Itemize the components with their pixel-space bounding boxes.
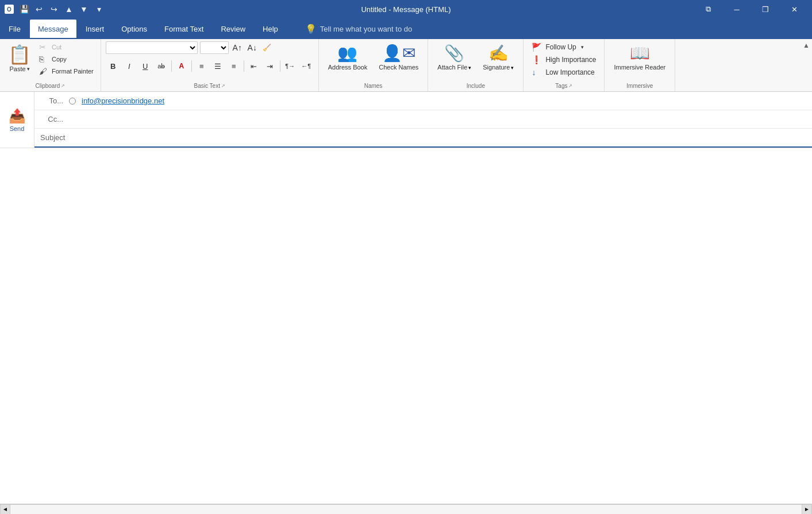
high-importance-button[interactable]: ❗ High Importance — [528, 54, 599, 65]
menu-message[interactable]: Message — [30, 20, 76, 38]
compose-area: 📤 Send To... info@precisionbridge.net Cc… — [0, 92, 812, 504]
increase-font-button[interactable]: A↑ — [231, 41, 244, 54]
tell-me-bar[interactable]: 💡 Tell me what you want to do — [298, 18, 419, 39]
to-input[interactable]: info@precisionbridge.net — [78, 92, 812, 110]
follow-up-dropdown-icon: ▾ — [581, 44, 584, 50]
increase-indent-button[interactable]: ⇥ — [263, 59, 278, 74]
address-book-icon: 👥 — [337, 44, 357, 63]
high-importance-label: High Importance — [545, 56, 596, 64]
signature-dropdown-icon: ▾ — [511, 65, 514, 71]
scroll-right-button[interactable]: ► — [802, 504, 812, 515]
save-button[interactable]: 💾 — [17, 2, 31, 16]
address-book-label: Address Book — [328, 64, 367, 71]
paste-dropdown-icon: ▾ — [27, 66, 30, 72]
strikethrough-button[interactable]: ab̶ — [154, 59, 169, 74]
attach-dropdown-icon: ▾ — [468, 65, 471, 71]
clear-format-button[interactable]: 🧹 — [261, 41, 274, 54]
italic-button[interactable]: I — [122, 59, 137, 74]
close-button[interactable]: ✕ — [781, 0, 807, 18]
subject-label: Subject — [34, 129, 69, 146]
attach-file-icon: 📎 — [444, 44, 464, 63]
copy-button[interactable]: ⎘ Copy — [37, 53, 96, 65]
scroll-track[interactable] — [10, 504, 802, 515]
minimize-button[interactable]: ─ — [724, 0, 750, 18]
paste-button[interactable]: 📋 Paste ▾ — [5, 41, 34, 75]
follow-up-button[interactable]: 🚩 Follow Up ▾ — [528, 41, 599, 53]
bold-button[interactable]: B — [106, 59, 121, 74]
decrease-font-button[interactable]: A↓ — [246, 41, 259, 54]
include-group: 📎 Attach File ▾ ✍ Signature ▾ Include — [428, 39, 524, 91]
tags-group: 🚩 Follow Up ▾ ❗ High Importance ↓ Low Im… — [524, 39, 605, 91]
email-body[interactable] — [0, 148, 812, 504]
low-importance-icon: ↓ — [532, 68, 542, 77]
attach-file-button[interactable]: 📎 Attach File ▾ — [433, 41, 476, 74]
rtl-button[interactable]: ←¶ — [299, 59, 314, 74]
ribbon-collapse-button[interactable]: ▲ — [801, 39, 812, 91]
check-names-label: Check Names — [379, 64, 418, 71]
clipboard-group: 📋 Paste ▾ ✂ Cut ⎘ Copy 🖌 Format Painter — [0, 39, 101, 91]
send-button-area[interactable]: 📤 Send — [0, 92, 34, 148]
immersive-content: 📖 Immersive Reader — [609, 41, 670, 82]
restore-button[interactable]: ❐ — [752, 0, 779, 18]
compose-header: 📤 Send To... info@precisionbridge.net Cc… — [0, 92, 812, 148]
clipboard-expand-icon[interactable]: ↗ — [61, 83, 65, 88]
undo-button[interactable]: ↩ — [32, 2, 46, 16]
font-size-select[interactable] — [200, 41, 229, 54]
format-painter-button[interactable]: 🖌 Format Painter — [37, 65, 96, 77]
decrease-indent-button[interactable]: ⇤ — [247, 59, 261, 74]
menu-insert[interactable]: Insert — [78, 20, 113, 38]
horizontal-scrollbar: ◄ ► — [0, 504, 812, 514]
email-fields: To... info@precisionbridge.net Cc... Sub… — [34, 92, 812, 148]
send-label: Send — [10, 125, 25, 132]
ltr-button[interactable]: ¶→ — [283, 59, 298, 74]
to-field-row: To... info@precisionbridge.net — [34, 92, 812, 110]
font-color-button[interactable]: A — [174, 59, 189, 74]
up-button[interactable]: ▲ — [62, 2, 76, 16]
title-bar-left: O 💾 ↩ ↪ ▲ ▼ ▾ — [5, 2, 106, 16]
immersive-reader-button[interactable]: 📖 Immersive Reader — [609, 41, 670, 74]
send-button[interactable]: 📤 Send — [4, 103, 30, 137]
low-importance-button[interactable]: ↓ Low Importance — [528, 67, 599, 78]
customize-button[interactable]: ▾ — [92, 2, 106, 16]
paste-icon: 📋 — [8, 44, 31, 65]
font-family-select[interactable] — [106, 41, 198, 54]
cut-icon: ✂ — [39, 42, 49, 52]
check-names-button[interactable]: 👤✉ Check Names — [374, 41, 423, 74]
cut-button[interactable]: ✂ Cut — [37, 41, 96, 53]
menu-bar: File Message Insert Options Format Text … — [0, 18, 812, 39]
to-circle-icon — [69, 98, 76, 105]
cc-field-row: Cc... — [34, 110, 812, 129]
subject-field-row: Subject — [34, 129, 812, 148]
tags-buttons: 🚩 Follow Up ▾ ❗ High Importance ↓ Low Im… — [528, 41, 599, 78]
menu-file[interactable]: File — [1, 20, 29, 38]
to-label: To... — [34, 92, 69, 110]
clipboard-group-label: Clipboard ↗ — [5, 82, 96, 91]
menu-format-text[interactable]: Format Text — [156, 20, 211, 38]
subject-input[interactable] — [69, 129, 812, 146]
underline-button[interactable]: U — [138, 59, 153, 74]
tell-me-text: Tell me what you want to do — [320, 25, 412, 33]
address-book-button[interactable]: 👥 Address Book — [324, 41, 372, 74]
fullscreen-button[interactable]: ⧉ — [695, 0, 721, 18]
menu-options[interactable]: Options — [113, 20, 155, 38]
redo-button[interactable]: ↪ — [47, 2, 61, 16]
align-right-button[interactable]: ≡ — [226, 59, 241, 74]
clipboard-small-buttons: ✂ Cut ⎘ Copy 🖌 Format Painter — [37, 41, 96, 77]
menu-review[interactable]: Review — [213, 20, 253, 38]
copy-icon: ⎘ — [39, 55, 49, 64]
scroll-left-button[interactable]: ◄ — [0, 504, 10, 515]
align-center-button[interactable]: ☰ — [210, 59, 225, 74]
signature-button[interactable]: ✍ Signature ▾ — [478, 41, 518, 74]
follow-up-label: Follow Up — [545, 43, 576, 51]
align-left-button[interactable]: ≡ — [194, 59, 209, 74]
basic-text-group: A↑ A↓ 🧹 B I U ab̶ A ≡ ☰ ≡ ⇤ ⇥ ¶→ ←¶ — [101, 39, 319, 91]
down-button[interactable]: ▼ — [77, 2, 91, 16]
font-selector-row: A↑ A↓ 🧹 — [106, 41, 274, 54]
cc-input[interactable] — [69, 110, 812, 128]
high-importance-icon: ❗ — [532, 55, 542, 64]
tags-expand-icon[interactable]: ↗ — [568, 83, 572, 88]
basic-text-expand-icon[interactable]: ↗ — [221, 83, 225, 88]
tags-group-label: Tags ↗ — [528, 82, 599, 91]
app-icon: O — [5, 5, 14, 14]
menu-help[interactable]: Help — [255, 20, 286, 38]
